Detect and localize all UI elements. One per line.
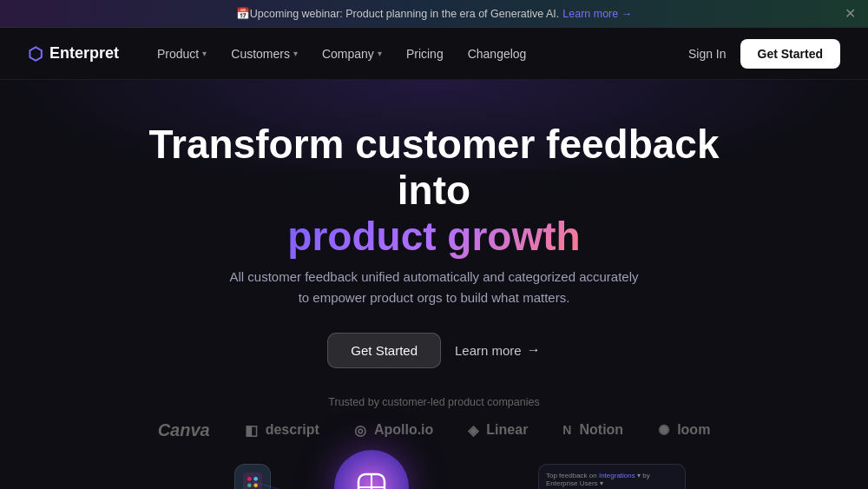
descript-wordmark: descript [266, 422, 319, 438]
sign-in-link[interactable]: Sign In [688, 47, 727, 61]
chevron-down-icon: ▾ [202, 49, 207, 58]
hero-cta: Get Started Learn more → [327, 333, 540, 368]
apollo-wordmark: Apollo.io [374, 422, 433, 438]
navbar: ⬡ Enterpret Product ▾ Customers ▾ Compan… [0, 28, 868, 80]
nav-item-pricing[interactable]: Pricing [396, 42, 454, 66]
center-hub [334, 450, 409, 489]
canva-wordmark: Canva [158, 420, 210, 440]
announcement-text: Upcoming webinar: Product planning in th… [250, 8, 559, 20]
nav-item-changelog[interactable]: Changelog [457, 42, 537, 66]
nav-label-pricing: Pricing [406, 47, 444, 61]
nav-right: Sign In Get Started [688, 39, 840, 69]
notion-logo: N Notion [562, 422, 623, 438]
logos-row: Canva ◧ descript ◎ Apollo.io ◈ Linear N … [28, 420, 840, 440]
logo[interactable]: ⬡ Enterpret [28, 43, 119, 64]
nav-item-product[interactable]: Product ▾ [147, 42, 217, 66]
hero-get-started-button[interactable]: Get Started [327, 333, 441, 368]
nav-label-changelog: Changelog [468, 47, 527, 61]
hero-section: Transform customer feedback into product… [0, 80, 868, 389]
center-hub-icon [354, 470, 389, 489]
notion-wordmark: Notion [579, 422, 623, 438]
chevron-down-icon: ▾ [378, 49, 382, 58]
nav-label-company: Company [322, 47, 374, 61]
hero-title: Transform customer feedback into product… [139, 122, 729, 260]
announcement-link[interactable]: Learn more → [562, 8, 632, 20]
linear-wordmark: Linear [486, 422, 528, 438]
hero-title-line2: product growth [287, 214, 580, 259]
diagram-section: ⬡ f ◈ 3 [0, 451, 868, 489]
hero-subtitle: All customer feedback unified automatica… [226, 267, 642, 308]
announcement-emoji: 📅 [236, 7, 250, 20]
nav-get-started-button[interactable]: Get Started [740, 39, 840, 69]
logo-text: Enterpret [49, 44, 119, 63]
learn-more-label: Learn more [455, 343, 522, 358]
nav-label-customers: Customers [231, 47, 290, 61]
chevron-down-icon: ▾ [293, 49, 298, 58]
descript-logo: ◧ descript [245, 422, 319, 439]
logo-icon: ⬡ [28, 43, 43, 64]
hero-learn-more-button[interactable]: Learn more → [455, 342, 541, 358]
diagram-container: ⬡ f ◈ 3 [182, 459, 686, 489]
nav-item-customers[interactable]: Customers ▾ [220, 42, 308, 66]
apollo-logo: ◎ Apollo.io [354, 422, 433, 439]
loom-logo: ✺ loom [658, 422, 710, 439]
trusted-section: Trusted by customer-led product companie… [0, 389, 868, 451]
hero-title-line1: Transform customer feedback into [148, 122, 719, 213]
connection-lines [182, 459, 686, 489]
close-icon[interactable]: ✕ [845, 7, 856, 21]
arrow-icon: → [527, 342, 541, 358]
announcement-bar: 📅 Upcoming webinar: Product planning in … [0, 0, 868, 28]
nav-label-product: Product [157, 47, 199, 61]
canva-logo: Canva [158, 420, 210, 440]
nav-item-company[interactable]: Company ▾ [312, 42, 392, 66]
linear-logo: ◈ Linear [468, 422, 528, 439]
nav-links: Product ▾ Customers ▾ Company ▾ Pricing … [147, 42, 688, 66]
loom-wordmark: loom [677, 422, 710, 438]
trusted-label: Trusted by customer-led product companie… [28, 396, 840, 408]
